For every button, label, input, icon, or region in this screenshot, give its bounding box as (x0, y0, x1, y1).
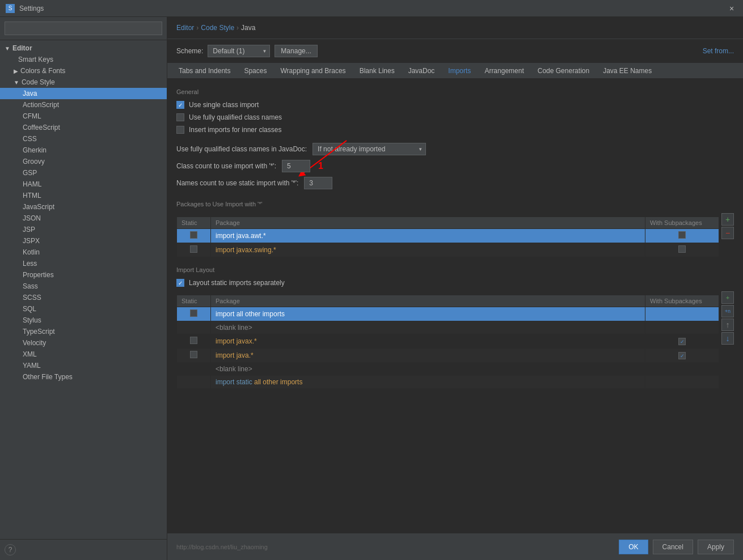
breadcrumb-java: Java (241, 24, 255, 32)
sidebar-item-html[interactable]: HTML (0, 190, 167, 201)
ok-button[interactable]: OK (619, 540, 648, 554)
sidebar-item-less[interactable]: Less (0, 258, 167, 269)
sidebar-item-json[interactable]: JSON (0, 213, 167, 224)
col-subpkg-il: With Subpackages (645, 295, 719, 307)
javadoc-select[interactable]: If not already imported (313, 143, 426, 155)
table-row[interactable]: <blank line> (177, 321, 719, 334)
help-button[interactable]: ? (5, 544, 16, 555)
apply-button[interactable]: Apply (698, 540, 734, 554)
packages-table-buttons: + − (721, 213, 734, 239)
sidebar-item-editor[interactable]: ▼ Editor (0, 43, 167, 54)
subpkg-cell-il4 (645, 349, 719, 363)
blank-line-cell-2: <blank line> (211, 363, 645, 376)
sidebar-item-jspx[interactable]: JSPX (0, 235, 167, 247)
table-row[interactable]: import javax.* (177, 334, 719, 349)
add-import-button[interactable]: + (721, 291, 734, 304)
cancel-button[interactable]: Cancel (653, 540, 693, 554)
il-static-cb-1[interactable] (190, 309, 197, 317)
class-count-input[interactable] (282, 160, 310, 172)
sidebar-item-label: JSON (23, 214, 41, 222)
sidebar-item-coffeescript[interactable]: CoffeeScript (0, 122, 167, 133)
layout-static-label: Layout static imports separately (189, 279, 285, 287)
sidebar-item-sql[interactable]: SQL (0, 303, 167, 315)
tab-blank-lines[interactable]: Blank Lines (353, 63, 402, 79)
set-from-link[interactable]: Set from... (703, 47, 734, 55)
sidebar-item-velocity[interactable]: Velocity (0, 337, 167, 349)
bottom-bar: http://blog.csdn.net/liu_zhaoming OK Can… (167, 533, 743, 560)
table-row[interactable]: import java.awt.* (177, 229, 719, 243)
il-subpkg-cb-3[interactable] (678, 338, 686, 345)
tab-code-generation[interactable]: Code Generation (531, 63, 596, 79)
add-n-import-button[interactable]: +n (721, 305, 734, 317)
layout-static-checkbox[interactable] (176, 279, 184, 287)
breadcrumb-editor[interactable]: Editor (176, 24, 194, 32)
static-checkbox-2[interactable] (190, 245, 197, 253)
package-cell-il: import all other imports (211, 307, 645, 321)
table-row[interactable]: import static all other imports (177, 376, 719, 389)
sidebar-item-actionscript[interactable]: ActionScript (0, 99, 167, 111)
il-static-keyword: import static (216, 378, 254, 386)
fully-qualified-checkbox[interactable] (176, 113, 184, 121)
il-static-cb-3[interactable] (190, 337, 197, 344)
sidebar-item-stylus[interactable]: Stylus (0, 315, 167, 326)
breadcrumb-code-style[interactable]: Code Style (201, 24, 234, 32)
inner-classes-checkbox[interactable] (176, 126, 184, 134)
il-pkg-1: import all other imports (216, 310, 285, 318)
sidebar-item-xml[interactable]: XML (0, 349, 167, 360)
sidebar-item-colors-fonts[interactable]: ▶ Colors & Fonts (0, 65, 167, 77)
tab-imports[interactable]: Imports (441, 63, 478, 79)
names-count-row: Names count to use static import with '*… (176, 177, 734, 189)
class-count-row: Class count to use import with '*': 1 (176, 160, 734, 172)
table-row[interactable]: import all other imports (177, 307, 719, 321)
sidebar-item-code-style[interactable]: ▼ Code Style (0, 77, 167, 88)
sidebar-item-groovy[interactable]: Groovy (0, 156, 167, 167)
search-input[interactable] (5, 22, 162, 35)
names-count-input[interactable] (304, 177, 332, 189)
sidebar-item-scss[interactable]: SCSS (0, 292, 167, 303)
table-row[interactable]: import java.* (177, 349, 719, 363)
sidebar-item-label: Stylus (23, 316, 41, 324)
manage-button[interactable]: Manage... (275, 45, 317, 57)
il-static-cb-4[interactable] (190, 351, 197, 358)
scheme-select[interactable]: Default (1) (208, 45, 270, 57)
tab-arrangement[interactable]: Arrangement (478, 63, 530, 79)
sidebar-item-typescript[interactable]: TypeScript (0, 326, 167, 337)
table-row[interactable]: import javax.swing.* (177, 243, 719, 257)
sidebar-item-kotlin[interactable]: Kotlin (0, 247, 167, 258)
close-button[interactable]: × (726, 3, 737, 14)
move-down-button[interactable]: ↓ (721, 332, 734, 345)
static-checkbox-1[interactable] (190, 231, 197, 239)
scheme-left: Scheme: Default (1) Manage... (176, 45, 318, 57)
sidebar-item-label: Kotlin (23, 248, 40, 256)
tab-wrapping[interactable]: Wrapping and Braces (273, 63, 352, 79)
tabs-bar: Tabs and Indents Spaces Wrapping and Bra… (167, 63, 743, 79)
sidebar-item-label: YAML (23, 362, 41, 370)
sidebar-item-label: CoffeeScript (23, 124, 60, 131)
sidebar-item-smart-keys[interactable]: Smart Keys (0, 54, 167, 65)
tab-javadoc[interactable]: JavaDoc (402, 63, 442, 79)
subpackages-checkbox-2[interactable] (678, 245, 686, 253)
sidebar-item-other-file-types[interactable]: Other File Types (0, 371, 167, 383)
table-row[interactable]: <blank line> (177, 363, 719, 376)
sidebar-item-css[interactable]: CSS (0, 133, 167, 145)
tab-tabs-indents[interactable]: Tabs and Indents (172, 63, 237, 79)
sidebar-item-yaml[interactable]: YAML (0, 360, 167, 371)
remove-package-button[interactable]: − (721, 227, 734, 239)
sidebar-item-gsp[interactable]: GSP (0, 167, 167, 179)
subpackages-checkbox-1[interactable] (678, 231, 686, 239)
tab-java-ee[interactable]: Java EE Names (596, 63, 658, 79)
tab-spaces[interactable]: Spaces (237, 63, 273, 79)
sidebar-item-javascript[interactable]: JavaScript (0, 201, 167, 213)
sidebar-item-haml[interactable]: HAML (0, 179, 167, 190)
add-package-button[interactable]: + (721, 213, 734, 226)
sidebar-item-properties[interactable]: Properties (0, 269, 167, 281)
il-subpkg-cb-4[interactable] (678, 352, 686, 359)
sidebar-item-sass[interactable]: Sass (0, 281, 167, 292)
move-up-button[interactable]: ↑ (721, 319, 734, 331)
col-package-il: Package (211, 295, 645, 307)
sidebar-item-gherkin[interactable]: Gherkin (0, 145, 167, 156)
sidebar-item-java[interactable]: Java (0, 88, 167, 99)
sidebar-item-jsp[interactable]: JSP (0, 224, 167, 235)
single-class-import-checkbox[interactable] (176, 101, 184, 109)
sidebar-item-cfml[interactable]: CFML (0, 111, 167, 122)
